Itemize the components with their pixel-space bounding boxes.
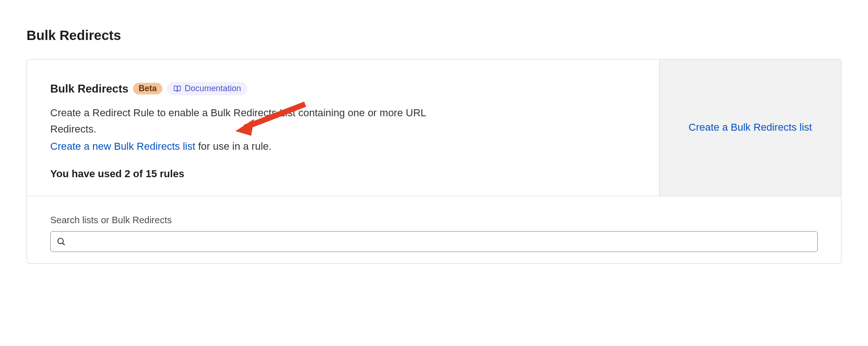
create-list-line: Create a new Bulk Redirects list for use… bbox=[50, 138, 446, 154]
card-description: Create a Redirect Rule to enable a Bulk … bbox=[50, 105, 446, 137]
page-title: Bulk Redirects bbox=[27, 28, 841, 43]
card-top-row: Bulk Redirects Beta Documentation Create… bbox=[27, 60, 841, 196]
documentation-label: Documentation bbox=[185, 84, 241, 93]
svg-line-4 bbox=[63, 243, 65, 245]
card-header-row: Bulk Redirects Beta Documentation bbox=[50, 82, 636, 95]
bulk-redirects-card: Bulk Redirects Beta Documentation Create… bbox=[27, 59, 841, 264]
card-title: Bulk Redirects bbox=[50, 82, 128, 95]
create-list-suffix: for use in a rule. bbox=[195, 140, 272, 152]
search-label: Search lists or Bulk Redirects bbox=[50, 215, 818, 226]
search-icon bbox=[56, 237, 66, 246]
create-bulk-redirects-list-link[interactable]: Create a Bulk Redirects list bbox=[688, 121, 812, 133]
search-field-wrapper[interactable] bbox=[50, 231, 818, 252]
create-list-link[interactable]: Create a new Bulk Redirects list bbox=[50, 140, 195, 152]
page-container: Bulk Redirects Bulk Redirects Beta Docum… bbox=[0, 0, 868, 264]
documentation-link[interactable]: Documentation bbox=[167, 82, 247, 95]
card-main-content: Bulk Redirects Beta Documentation Create… bbox=[27, 60, 659, 196]
beta-badge: Beta bbox=[133, 83, 162, 94]
card-side-panel: Create a Bulk Redirects list bbox=[659, 60, 841, 196]
rules-usage-text: You have used 2 of 15 rules bbox=[50, 168, 636, 180]
book-icon bbox=[174, 85, 181, 93]
search-input[interactable] bbox=[70, 236, 812, 247]
card-search-section: Search lists or Bulk Redirects bbox=[27, 196, 841, 263]
